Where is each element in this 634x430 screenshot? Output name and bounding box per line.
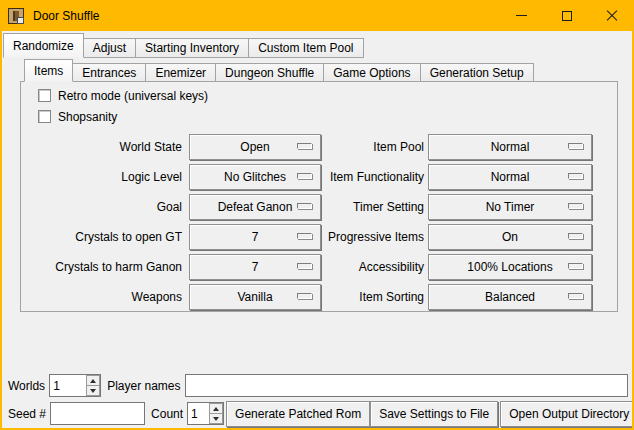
logic-level-value: No Glitches <box>224 170 286 184</box>
crystals-ganon-label: Crystals to harm Ganon <box>21 260 189 274</box>
count-label: Count <box>151 407 183 421</box>
client-area: Randomize Adjust Starting Inventory Cust… <box>2 31 632 428</box>
seed-input[interactable] <box>50 402 145 425</box>
app-window: Door Shuffle Randomize Adjust Starting I… <box>0 0 634 430</box>
player-names-input[interactable] <box>185 374 629 397</box>
dropdown-indicator-icon <box>297 263 312 269</box>
minimize-icon <box>516 15 527 16</box>
count-input[interactable] <box>188 403 209 424</box>
dropdown-indicator-icon <box>568 233 583 239</box>
primary-tab-bar: Randomize Adjust Starting Inventory Cust… <box>2 33 632 58</box>
world-state-dropdown[interactable]: Open <box>189 134 321 160</box>
item-sorting-label: Item Sorting <box>321 290 428 304</box>
count-spin-down[interactable] <box>209 414 223 424</box>
spin-down-icon <box>213 417 219 421</box>
seed-label: Seed # <box>8 407 46 421</box>
option-row: Weapons Vanilla Item Sorting Balanced <box>21 284 617 310</box>
dropdown-indicator-icon <box>297 203 312 209</box>
window-controls <box>499 0 634 31</box>
tab-enemizer[interactable]: Enemizer <box>145 63 216 82</box>
dropdown-indicator-icon <box>568 263 583 269</box>
maximize-button[interactable] <box>544 0 589 31</box>
item-pool-dropdown[interactable]: Normal <box>428 134 592 160</box>
count-spin-up[interactable] <box>209 403 223 414</box>
crystals-ganon-value: 7 <box>252 260 259 274</box>
tab-adjust[interactable]: Adjust <box>83 38 136 58</box>
dropdown-indicator-icon <box>297 293 312 299</box>
world-state-value: Open <box>240 140 269 154</box>
generate-row: Seed # Count Generate Patched Rom Save S… <box>8 400 630 427</box>
minimize-button[interactable] <box>499 0 544 31</box>
close-icon <box>606 10 618 22</box>
tab-randomize[interactable]: Randomize <box>3 33 84 58</box>
goal-value: Defeat Ganon <box>218 200 293 214</box>
timer-setting-label: Timer Setting <box>321 200 428 214</box>
retro-mode-label: Retro mode (universal keys) <box>58 89 208 103</box>
goal-dropdown[interactable]: Defeat Ganon <box>189 194 321 220</box>
progressive-items-value: On <box>502 230 518 244</box>
tab-generation-setup[interactable]: Generation Setup <box>420 63 534 82</box>
accessibility-label: Accessibility <box>321 260 428 274</box>
generate-patched-rom-button[interactable]: Generate Patched Rom <box>226 401 370 427</box>
timer-setting-dropdown[interactable]: No Timer <box>428 194 592 220</box>
dropdown-indicator-icon <box>568 203 583 209</box>
crystals-ganon-dropdown[interactable]: 7 <box>189 254 321 280</box>
crystals-gt-dropdown[interactable]: 7 <box>189 224 321 250</box>
door-icon <box>8 8 24 24</box>
accessibility-value: 100% Locations <box>467 260 552 274</box>
retro-mode-row: Retro mode (universal keys) <box>38 88 617 103</box>
count-spinner <box>187 402 224 425</box>
progressive-items-dropdown[interactable]: On <box>428 224 592 250</box>
window-title: Door Shuffle <box>33 9 499 23</box>
tab-dungeon-shuffle[interactable]: Dungeon Shuffle <box>215 63 324 82</box>
tab-game-options[interactable]: Game Options <box>323 63 420 82</box>
logic-level-label: Logic Level <box>21 170 189 184</box>
tab-entrances[interactable]: Entrances <box>72 63 146 82</box>
worlds-spin-up[interactable] <box>86 375 100 386</box>
maximize-icon <box>562 11 572 21</box>
item-sorting-dropdown[interactable]: Balanced <box>428 284 592 310</box>
world-state-label: World State <box>21 140 189 154</box>
worlds-spinner <box>49 374 101 397</box>
crystals-gt-label: Crystals to open GT <box>21 230 189 244</box>
weapons-dropdown[interactable]: Vanilla <box>189 284 321 310</box>
worlds-input[interactable] <box>50 375 86 396</box>
weapons-label: Weapons <box>21 290 189 304</box>
tab-custom-item-pool[interactable]: Custom Item Pool <box>248 38 363 58</box>
item-functionality-label: Item Functionality <box>321 170 428 184</box>
randomize-panel: Items Entrances Enemizer Dungeon Shuffle… <box>20 59 618 312</box>
save-settings-button[interactable]: Save Settings to File <box>370 401 498 427</box>
retro-mode-checkbox[interactable] <box>38 89 51 102</box>
timer-setting-value: No Timer <box>486 200 535 214</box>
weapons-value: Vanilla <box>237 290 272 304</box>
secondary-tab-bar: Items Entrances Enemizer Dungeon Shuffle… <box>20 59 618 82</box>
spin-down-icon <box>90 389 96 393</box>
dropdown-indicator-icon <box>568 143 583 149</box>
titlebar: Door Shuffle <box>0 0 634 31</box>
worlds-spin-down[interactable] <box>86 386 100 396</box>
player-names-label: Player names <box>107 379 180 393</box>
dropdown-indicator-icon <box>568 293 583 299</box>
option-row: Logic Level No Glitches Item Functionali… <box>21 164 617 190</box>
dropdown-indicator-icon <box>297 143 312 149</box>
close-button[interactable] <box>589 0 634 31</box>
item-pool-label: Item Pool <box>321 140 428 154</box>
goal-label: Goal <box>21 200 189 214</box>
accessibility-dropdown[interactable]: 100% Locations <box>428 254 592 280</box>
spin-up-icon <box>90 379 96 383</box>
dropdown-indicator-icon <box>297 233 312 239</box>
tab-starting-inventory[interactable]: Starting Inventory <box>135 38 249 58</box>
item-pool-value: Normal <box>491 140 530 154</box>
worlds-label: Worlds <box>8 379 45 393</box>
items-tab-panel: Retro mode (universal keys) Shopsanity W… <box>20 81 618 312</box>
open-output-directory-button[interactable]: Open Output Directory <box>500 401 632 427</box>
logic-level-dropdown[interactable]: No Glitches <box>189 164 321 190</box>
item-functionality-dropdown[interactable]: Normal <box>428 164 592 190</box>
shopsanity-label: Shopsanity <box>58 110 117 124</box>
spin-up-icon <box>213 407 219 411</box>
tab-items[interactable]: Items <box>24 59 73 82</box>
shopsanity-checkbox[interactable] <box>38 110 51 123</box>
option-row: Crystals to harm Ganon 7 Accessibility 1… <box>21 254 617 280</box>
option-row: Crystals to open GT 7 Progressive Items … <box>21 224 617 250</box>
option-row: World State Open Item Pool Normal <box>21 134 617 160</box>
